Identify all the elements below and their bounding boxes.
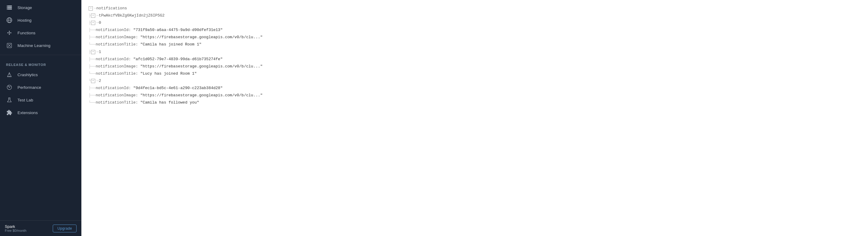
field-key: notificationImage: xyxy=(96,92,138,99)
svg-line-17 xyxy=(9,46,9,46)
sidebar-item-extensions[interactable]: Extensions xyxy=(0,106,82,119)
svg-line-15 xyxy=(9,45,9,45)
field-value: "Camila has followed you" xyxy=(141,99,199,106)
sidebar-item-storage[interactable]: Storage xyxy=(0,1,82,14)
svg-point-19 xyxy=(9,75,10,76)
sidebar-item-storage-label: Storage xyxy=(18,5,32,10)
divider xyxy=(0,55,82,55)
root-node: − ─ notifications xyxy=(89,5,861,12)
release-section: Release & Monitor Crashlytics xyxy=(0,57,82,120)
item-0-field-2: └── notificationTitle: "Camila has joine… xyxy=(89,41,861,48)
upgrade-button[interactable]: Upgrade xyxy=(53,225,76,232)
svg-point-3 xyxy=(7,32,8,33)
field-key: notificationId: xyxy=(96,56,131,63)
field-value: "https://firebasestorage.googleapis.com/… xyxy=(141,63,263,70)
item-2-field-2: └── notificationTitle: "Camila has follo… xyxy=(89,99,861,106)
plan-price: Free $0/month xyxy=(5,229,27,232)
item-1-field-2: └── notificationTitle: "Lucy has joined … xyxy=(89,70,861,77)
main-content: − ─ notifications ├ − ─ tPwAkcfVBkZg6Kwj… xyxy=(82,0,868,236)
svg-point-14 xyxy=(9,45,10,46)
svg-point-5 xyxy=(10,32,11,33)
ml-icon xyxy=(6,42,13,49)
item-2-index: 2 xyxy=(99,78,101,84)
crashlytics-icon xyxy=(6,71,13,78)
item-2-field-0: ├── notificationId: "9d4fec1a-bd5c-4e61-… xyxy=(89,85,861,92)
item-2-node: └ − ─ 2 xyxy=(89,77,861,85)
plan-name: Spark xyxy=(5,224,27,229)
field-key: notificationImage: xyxy=(96,63,138,70)
field-key: notificationTitle: xyxy=(96,70,138,77)
svg-point-6 xyxy=(9,34,10,35)
sidebar-item-functions[interactable]: Functions xyxy=(0,27,82,39)
item-1-toggle[interactable]: − xyxy=(91,50,95,54)
field-key: notificationTitle: xyxy=(96,99,138,106)
child-key: tPwAkcfVBkZg6KwjIdn2jZ6IP5G2 xyxy=(99,12,164,19)
sidebar-item-testlab[interactable]: Test Lab xyxy=(0,94,82,106)
svg-point-21 xyxy=(9,87,10,88)
sidebar: Storage Hosting xyxy=(0,0,82,236)
item-2-field-1: ├── notificationImage: "https://firebase… xyxy=(89,92,861,99)
item-2-toggle[interactable]: − xyxy=(91,79,95,83)
child-toggle[interactable]: − xyxy=(91,13,95,18)
sidebar-item-performance[interactable]: Performance xyxy=(0,81,82,94)
root-toggle[interactable]: − xyxy=(89,6,93,10)
field-value: "afc1d052-79e7-4839-99da-d61b735274fe" xyxy=(133,56,222,63)
release-section-header: Release & Monitor xyxy=(0,58,82,68)
item-1-index: 1 xyxy=(99,49,101,56)
item-0-toggle[interactable]: − xyxy=(91,21,95,25)
performance-icon xyxy=(6,84,13,91)
field-key: notificationImage: xyxy=(96,34,138,41)
child-key-node: ├ − ─ tPwAkcfVBkZg6KwjIdn2jZ6IP5G2 xyxy=(89,12,861,19)
item-1-field-0: ├── notificationId: "afc1d052-79e7-4839-… xyxy=(89,56,861,63)
sidebar-item-performance-label: Performance xyxy=(18,85,41,90)
field-value: "Camila has joined Room 1" xyxy=(141,41,202,48)
field-key: notificationId: xyxy=(96,85,131,92)
field-value: "731f9a50-a6aa-4475-9a9d-d90dfef31e13" xyxy=(133,27,222,33)
item-1-node: ├ − ─ 1 xyxy=(89,48,861,56)
field-key: notificationTitle: xyxy=(96,41,138,48)
svg-line-16 xyxy=(10,45,10,45)
field-value: "9d4fec1a-bd5c-4e61-a290-c223ab384d28" xyxy=(133,85,222,92)
build-section: Storage Hosting xyxy=(0,0,82,53)
json-tree: − ─ notifications ├ − ─ tPwAkcfVBkZg6Kwj… xyxy=(82,0,868,111)
sidebar-item-crashlytics-label: Crashlytics xyxy=(18,72,38,77)
hosting-icon xyxy=(6,17,13,24)
svg-point-12 xyxy=(8,46,9,47)
functions-icon xyxy=(6,30,13,36)
svg-line-18 xyxy=(10,46,10,46)
testlab-icon xyxy=(6,97,13,103)
item-0-node: ├ − ─ 0 xyxy=(89,19,861,27)
svg-point-11 xyxy=(10,44,11,45)
svg-point-4 xyxy=(9,31,10,32)
spark-info: Spark Free $0/month xyxy=(5,224,27,232)
extensions-icon xyxy=(6,109,13,116)
sidebar-item-extensions-label: Extensions xyxy=(18,110,38,115)
svg-point-13 xyxy=(10,46,11,47)
storage-icon xyxy=(6,4,13,11)
sidebar-item-crashlytics[interactable]: Crashlytics xyxy=(0,68,82,81)
sidebar-item-ml[interactable]: Machine Learning xyxy=(0,39,82,52)
field-value: "Lucy has joined Room 1" xyxy=(141,70,197,77)
sidebar-item-hosting[interactable]: Hosting xyxy=(0,14,82,27)
sidebar-item-ml-label: Machine Learning xyxy=(18,43,50,48)
sidebar-bottom: Spark Free $0/month Upgrade xyxy=(0,221,82,236)
sidebar-item-testlab-label: Test Lab xyxy=(18,98,33,102)
svg-point-10 xyxy=(8,44,9,45)
sidebar-item-hosting-label: Hosting xyxy=(18,18,32,23)
item-1-field-1: ├── notificationImage: "https://firebase… xyxy=(89,63,861,70)
item-0-field-1: ├── notificationImage: "https://firebase… xyxy=(89,34,861,41)
field-value: "https://firebasestorage.googleapis.com/… xyxy=(141,34,263,41)
item-0-index: 0 xyxy=(99,20,101,26)
root-key: notifications xyxy=(96,5,127,12)
item-0-field-0: ├── notificationId: "731f9a50-a6aa-4475-… xyxy=(89,27,861,34)
sidebar-item-functions-label: Functions xyxy=(18,31,36,35)
field-key: notificationId: xyxy=(96,27,131,33)
field-value: "https://firebasestorage.googleapis.com/… xyxy=(141,92,263,99)
